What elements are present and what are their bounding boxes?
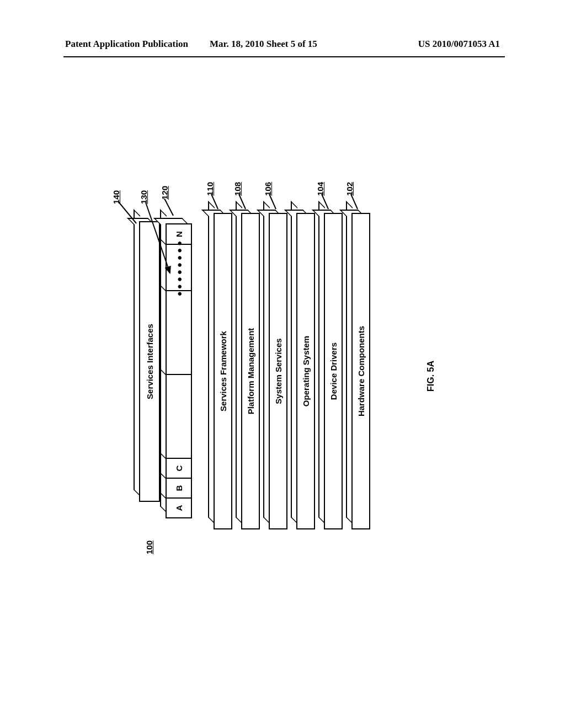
service-cell-gap2 (166, 291, 192, 375)
layer-label: Hardware Components (356, 326, 366, 416)
service-cell-gap1 (166, 375, 192, 459)
layer-label: Device Drivers (329, 342, 338, 400)
layer-label: Platform Management (246, 328, 255, 415)
layer-hardware-components: Hardware Components (351, 215, 368, 529)
layer-system-services: System Services (269, 215, 285, 529)
ellipsis-icon: ●●●●●●●● (174, 239, 184, 296)
lead-106 (268, 191, 278, 211)
header-center: Mar. 18, 2010 Sheet 5 of 15 (210, 39, 317, 50)
lead-140 (117, 199, 139, 226)
layer-platform-management: Platform Management (241, 215, 258, 529)
svg-line-2 (164, 199, 173, 216)
page-header: Patent Application Publication Mar. 18, … (0, 39, 565, 55)
service-cell-c: C (166, 459, 192, 479)
header-right: US 2010/0071053 A1 (418, 39, 500, 50)
svg-line-5 (269, 194, 276, 209)
figure-caption: FIG. 5A (426, 361, 436, 392)
service-cell-a: A (166, 499, 192, 518)
layer-label: Operating System (301, 336, 311, 406)
svg-line-6 (322, 194, 328, 209)
layer-operating-system: Operating System (296, 215, 313, 529)
lead-110 (210, 191, 220, 211)
svg-line-7 (351, 194, 358, 209)
svg-line-0 (118, 201, 136, 223)
service-cell-b: B (166, 479, 192, 499)
svg-line-3 (211, 194, 218, 209)
layer-label: System Services (274, 338, 283, 404)
layer-label: Services Framework (218, 331, 228, 411)
layer-services-framework: Services Framework (214, 215, 230, 529)
header-rule (63, 56, 505, 57)
lead-120 (162, 196, 176, 218)
patent-page: Patent Application Publication Mar. 18, … (0, 0, 565, 728)
lead-102 (349, 191, 359, 211)
ref-100: 100 (145, 540, 154, 554)
lead-104 (320, 191, 330, 211)
layer-label: Services Interfaces (145, 324, 154, 399)
lead-108 (237, 191, 247, 211)
header-left: Patent Application Publication (65, 39, 188, 50)
layer-device-drivers: Device Drivers (324, 215, 340, 529)
svg-line-4 (239, 194, 246, 209)
